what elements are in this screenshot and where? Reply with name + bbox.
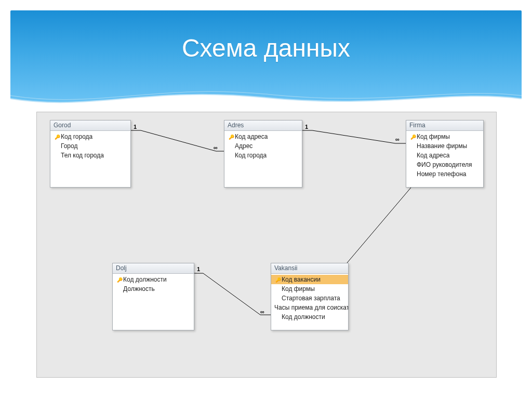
table-fields: Код адреса Адрес Код города bbox=[224, 131, 302, 161]
cardinality-label: ∞ bbox=[260, 309, 264, 315]
primary-key-icon bbox=[55, 134, 60, 140]
primary-key-icon bbox=[229, 134, 234, 140]
table-field[interactable]: Должность bbox=[113, 284, 194, 294]
table-field[interactable]: Код должности bbox=[271, 312, 348, 322]
table-field[interactable]: Код адреса bbox=[224, 132, 302, 141]
primary-key-icon bbox=[275, 277, 281, 283]
slide: Схема данных 1 ∞ 1 ∞ 1 ∞ 1 ∞ Gorod Код г… bbox=[0, 0, 532, 399]
table-gorod[interactable]: Gorod Код города Город Тел код города bbox=[50, 120, 131, 188]
cardinality-label: ∞ bbox=[395, 136, 400, 142]
table-adres[interactable]: Adres Код адреса Адрес Код города bbox=[224, 120, 302, 188]
table-field[interactable]: Код должности bbox=[113, 275, 194, 284]
table-title[interactable]: Firma bbox=[406, 121, 483, 131]
table-fields: Код города Город Тел код города bbox=[50, 131, 130, 161]
table-field[interactable]: Код города bbox=[224, 151, 302, 160]
table-field[interactable]: Город bbox=[50, 141, 130, 151]
primary-key-icon bbox=[117, 277, 123, 283]
cardinality-label: 1 bbox=[305, 124, 308, 130]
cardinality-label: ∞ bbox=[214, 144, 218, 151]
table-field[interactable]: Адрес bbox=[224, 141, 302, 151]
cardinality-label: 1 bbox=[197, 266, 200, 272]
table-title[interactable]: Adres bbox=[224, 121, 302, 131]
table-field[interactable]: ФИО руководителя bbox=[406, 160, 483, 169]
primary-key-icon bbox=[410, 134, 416, 140]
table-field[interactable]: Код адреса bbox=[406, 151, 483, 160]
relationships-canvas[interactable]: 1 ∞ 1 ∞ 1 ∞ 1 ∞ Gorod Код города Город Т… bbox=[36, 112, 497, 378]
table-field[interactable]: Номер телефона bbox=[406, 169, 483, 179]
table-field[interactable]: Код фирмы bbox=[271, 284, 348, 294]
table-title[interactable]: Dolj bbox=[113, 263, 194, 274]
table-dolj[interactable]: Dolj Код должности Должность bbox=[112, 263, 194, 330]
table-field[interactable]: Код фирмы bbox=[406, 132, 483, 141]
table-vakansii[interactable]: Vakansii Код вакансии Код фирмы Стартова… bbox=[271, 263, 349, 330]
slide-title: Схема данных bbox=[0, 34, 532, 62]
table-field-selected[interactable]: Код вакансии bbox=[271, 275, 348, 284]
table-title[interactable]: Gorod bbox=[50, 121, 130, 131]
table-firma[interactable]: Firma Код фирмы Название фирмы Код адрес… bbox=[406, 120, 484, 188]
table-field[interactable]: Код города bbox=[50, 132, 130, 141]
table-fields: Код фирмы Название фирмы Код адреса ФИО … bbox=[406, 131, 483, 180]
table-fields: Код вакансии Код фирмы Стартовая зарплат… bbox=[271, 274, 348, 323]
table-field[interactable]: Часы приема для соискателей bbox=[271, 303, 348, 312]
table-title[interactable]: Vakansii bbox=[271, 263, 348, 274]
table-fields: Код должности Должность bbox=[113, 274, 194, 295]
table-field[interactable]: Название фирмы bbox=[406, 141, 483, 151]
table-field[interactable]: Стартовая зарплата bbox=[271, 294, 348, 303]
table-field[interactable]: Тел код города bbox=[50, 151, 130, 160]
cardinality-label: 1 bbox=[134, 124, 137, 130]
